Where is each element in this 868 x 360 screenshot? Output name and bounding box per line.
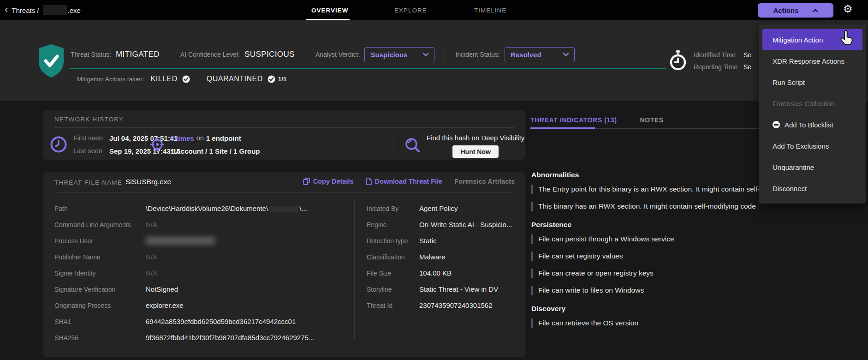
menu-item-add-to-exclusions[interactable]: Add To Exclusions (759, 135, 866, 156)
hunt-now-button[interactable]: Hunt Now (452, 145, 499, 158)
menu-item-add-to-blocklist[interactable]: Add To Blocklist (759, 114, 866, 135)
indicator-item: File can retrieve the OS version (531, 318, 826, 328)
detail-row-storyline: Storyline Static Threat - View in DV (367, 281, 512, 297)
threat-file-name-value: SiSUSBrg.exe (125, 178, 171, 186)
tab-overview[interactable]: OVERVIEW (311, 0, 349, 20)
tab-explore[interactable]: EXPLORE (394, 0, 427, 20)
cmdline-value: N/A (146, 221, 157, 228)
detail-label: File Size (367, 270, 419, 277)
redacted-filename (43, 5, 67, 15)
copy-details-link[interactable]: Copy Details (303, 178, 354, 185)
detail-row-file-size: File Size 104.00 KB (367, 265, 512, 281)
top-bar: ‹ Threats / .exe OVERVIEW EXPLORE TIMELI… (0, 0, 868, 20)
detail-row-signer: Signer Identity N/A (54, 265, 314, 281)
back-chevron-icon[interactable]: ‹ (5, 5, 8, 15)
identified-time-value: Se (743, 51, 751, 60)
tab-threat-indicators[interactable]: THREAT INDICATORS (13) (530, 116, 617, 124)
incident-status-dropdown[interactable]: Resolved (505, 47, 575, 62)
detail-row-path: Path \Device\HarddiskVolume26\Dokumente\… (54, 200, 314, 216)
active-tab-underline (530, 127, 595, 129)
divider (54, 192, 515, 192)
shield-check-icon (38, 44, 65, 78)
file-icon (366, 178, 372, 185)
indicator-item: File can persist through a Windows servi… (531, 234, 826, 244)
network-history-card: NETWORK HISTORY First seen Jul 04, 2025 … (43, 110, 525, 160)
circle-minus-icon (773, 121, 780, 128)
breadcrumb-file-suffix: .exe (68, 6, 81, 14)
copy-icon (303, 178, 310, 185)
detail-row-detection-type: Detection type Static (367, 233, 512, 249)
detail-row-sha256: SHA256 9f36872fbbd41b2f30f7b98707dfa85d3… (54, 330, 314, 346)
sha1-value: 69442a8539efdbd6250d59bcd36217c4942ccc01 (146, 318, 296, 325)
analyst-verdict-dropdown[interactable]: Suspicious (364, 47, 434, 62)
file-details-left: Path \Device\HarddiskVolume26\Dokumente\… (54, 200, 314, 346)
times-conjunction: on (196, 134, 204, 143)
gear-icon[interactable]: ⚙ (843, 3, 853, 15)
classification-value: Malware (419, 253, 446, 261)
menu-item-run-script[interactable]: Run Script (759, 72, 866, 93)
detail-row-process-user: Process User (54, 233, 314, 249)
add-to-blocklist-label: Add To Blocklist (785, 121, 833, 129)
tab-notes[interactable]: NOTES (640, 116, 663, 124)
indicator-group-persistence: Persistence (531, 221, 826, 229)
threat-overview-screen: ‹ Threats / .exe OVERVIEW EXPLORE TIMELI… (0, 0, 868, 360)
check-circle-icon (182, 75, 190, 83)
identified-time-row: Identified Time Se (694, 51, 751, 60)
detail-row-initiated-by: Initiated By Agent Policy (367, 200, 512, 216)
right-panel-tabs: THREAT INDICATORS (13) NOTES (530, 116, 664, 124)
signature-value: NotSigned (146, 285, 178, 293)
identified-time-label: Identified Time (694, 51, 743, 60)
actions-menu: Mitigation Action XDR Response Actions R… (759, 24, 866, 204)
signer-value: N/A (146, 269, 157, 277)
divider (354, 200, 355, 339)
menu-item-mitigation-action[interactable]: Mitigation Action (762, 29, 862, 50)
endpoint-count: 1 endpoint (206, 134, 241, 143)
detail-row-publisher: Publisher Name N/A (54, 249, 314, 265)
download-threat-file-link[interactable]: Download Threat File (366, 178, 443, 185)
first-seen-label: First seen (73, 134, 109, 143)
reporting-time-row: Reporting Time Se (694, 63, 751, 72)
chevron-down-icon (423, 53, 428, 56)
analyst-verdict-field: Analyst Verdict: Suspicious (315, 47, 435, 62)
teal-rule (70, 68, 666, 69)
ai-confidence-field: AI Confidence Level: SUSPICIOUS (180, 50, 295, 59)
threat-file-links: Copy Details Download Threat File Forens… (303, 178, 515, 185)
mitigation-count: 1/1 (278, 76, 287, 83)
sha256-value: 9f36872fbbd41b2f30f7b98707dfa85d3cc79246… (146, 334, 314, 342)
actions-button[interactable]: Actions (758, 3, 833, 18)
menu-item-disconnect[interactable]: Disconnect (759, 178, 866, 199)
tab-timeline[interactable]: TIMELINE (474, 0, 506, 20)
file-details-right: Initiated By Agent Policy Engine On-Writ… (367, 200, 512, 313)
detail-row-classification: Classification Malware (367, 249, 512, 265)
ai-confidence-value: SUSPICIOUS (244, 50, 295, 59)
originating-process-value: explorer.exe (146, 301, 184, 309)
incident-status-label: Incident Status: (455, 51, 500, 58)
divider (305, 46, 305, 63)
indicator-group-discovery: Discovery (531, 305, 826, 313)
ai-confidence-label: AI Confidence Level: (180, 51, 240, 58)
download-threat-file-label: Download Threat File (375, 178, 443, 185)
chevron-up-icon (813, 9, 818, 12)
detail-label: Signer Identity (54, 270, 146, 277)
detail-row-sha1: SHA1 69442a8539efdbd6250d59bcd36217c4942… (54, 313, 314, 330)
forensics-artifacts-label: Forensics Artifacts (454, 178, 515, 185)
last-seen-label: Last seen (73, 147, 109, 156)
engine-value: On-Write Static AI - Suspicio... (419, 221, 512, 228)
menu-item-unquarantine[interactable]: Unquarantine (759, 156, 866, 178)
publisher-value: N/A (146, 253, 157, 261)
scope-row: 1 Account / 1 Site / 1 Group (170, 147, 260, 156)
breadcrumb[interactable]: ‹ Threats / .exe (5, 0, 81, 20)
incident-status-field: Incident Status: Resolved (455, 47, 575, 62)
menu-item-xdr-response-actions[interactable]: XDR Response Actions (759, 50, 866, 72)
times-link[interactable]: 3 times (170, 134, 194, 143)
initiated-by-value: Agent Policy (419, 204, 458, 212)
detail-label: Command Line Arguments (54, 221, 146, 228)
analyst-verdict-label: Analyst Verdict: (315, 51, 360, 58)
check-circle-icon (268, 75, 275, 83)
mitigation-action-killed: KILLED (151, 75, 178, 83)
detail-label: Detection type (367, 237, 419, 245)
stopwatch-icon (669, 50, 687, 71)
breadcrumb-section[interactable]: Threats / (12, 6, 39, 14)
reporting-time-label: Reporting Time (694, 63, 743, 72)
time-info: Identified Time Se Reporting Time Se (669, 50, 751, 72)
